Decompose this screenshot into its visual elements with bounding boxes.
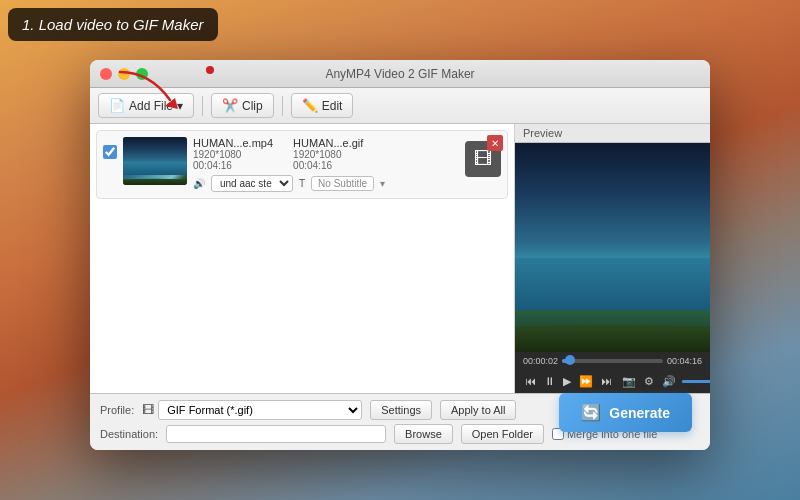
audio-track-select[interactable]: und aac ste: [211, 175, 293, 192]
close-button[interactable]: [100, 68, 112, 80]
total-time: 00:04:16: [667, 356, 702, 366]
window-title: AnyMP4 Video 2 GIF Maker: [325, 67, 474, 81]
file-info: HUMAN...e.mp4 1920*1080 00:04:16 HUMAN..…: [193, 137, 459, 192]
minimize-button[interactable]: [118, 68, 130, 80]
file-thumbnail: [123, 137, 187, 185]
thumb-land: [123, 174, 187, 185]
red-dot-indicator: [206, 66, 214, 74]
edit-icon: ✏️: [302, 98, 318, 113]
dest-duration: 00:04:16: [293, 160, 363, 171]
generate-icon: 🔄: [581, 403, 601, 422]
toolbar-divider-2: [282, 96, 283, 116]
clip-button[interactable]: ✂️ Clip: [211, 93, 274, 118]
open-folder-btn[interactable]: Open Folder: [461, 424, 544, 444]
file-list-area: HUMAN...e.mp4 1920*1080 00:04:16 HUMAN..…: [90, 124, 515, 393]
gif-icon: 🎞: [142, 403, 154, 417]
destination-input[interactable]: [166, 425, 386, 443]
generate-btn-wrapper: 🔄 Generate: [559, 393, 692, 432]
apply-all-btn[interactable]: Apply to All: [440, 400, 516, 420]
film-icon: 🎞: [474, 149, 492, 170]
source-filename: HUMAN...e.mp4: [193, 137, 273, 149]
toolbar: 📄 Add File ▾ ✂️ Clip ✏️ Edit: [90, 88, 710, 124]
toolbar-divider-1: [202, 96, 203, 116]
preview-area: Preview 00:00:02 00:04:16 ⏮ ⏸ ▶ ⏩: [515, 124, 710, 393]
thumb-water: [123, 163, 187, 175]
timeline-bar: 00:00:02 00:04:16: [515, 352, 710, 370]
profile-select-wrapper: 🎞 GIF Format (*.gif): [142, 400, 362, 420]
pause-button[interactable]: ⏸: [542, 374, 557, 389]
remove-file-button[interactable]: ✕: [487, 135, 503, 151]
skip-forward-button[interactable]: ⏭: [599, 374, 614, 389]
progress-thumb: [565, 355, 575, 365]
file-checkbox[interactable]: [103, 145, 117, 159]
settings-button[interactable]: ⚙: [642, 374, 656, 389]
preview-video: [515, 143, 710, 352]
playback-controls: ⏮ ⏸ ▶ ⏩ ⏭ 📷 ⚙ 🔊: [515, 370, 710, 393]
title-bar: AnyMP4 Video 2 GIF Maker: [90, 60, 710, 88]
source-resolution: 1920*1080: [193, 149, 273, 160]
annotation-bubble: 1. Load video to GIF Maker: [8, 8, 218, 41]
file-item: HUMAN...e.mp4 1920*1080 00:04:16 HUMAN..…: [96, 130, 508, 199]
volume-slider[interactable]: [682, 380, 710, 383]
media-controls: 📷 ⚙ 🔊: [620, 374, 710, 389]
app-window: AnyMP4 Video 2 GIF Maker 📄 Add File ▾ ✂️…: [90, 60, 710, 450]
generate-label: Generate: [609, 405, 670, 421]
generate-button[interactable]: 🔄 Generate: [559, 393, 692, 432]
source-duration: 00:04:16: [193, 160, 273, 171]
add-file-label: Add File: [129, 99, 173, 113]
clip-icon: ✂️: [222, 98, 238, 113]
preview-water: [515, 258, 710, 310]
source-info: HUMAN...e.mp4 1920*1080 00:04:16: [193, 137, 273, 171]
volume-button[interactable]: 🔊: [660, 374, 678, 389]
dest-filename: HUMAN...e.gif: [293, 137, 363, 149]
main-content: HUMAN...e.mp4 1920*1080 00:04:16 HUMAN..…: [90, 124, 710, 393]
browse-btn[interactable]: Browse: [394, 424, 453, 444]
settings-btn[interactable]: Settings: [370, 400, 432, 420]
progress-track[interactable]: [562, 359, 663, 363]
add-file-dropdown-icon: ▾: [177, 99, 183, 113]
add-file-button[interactable]: 📄 Add File ▾: [98, 93, 194, 118]
play-button[interactable]: ▶: [561, 374, 573, 389]
add-file-icon: 📄: [109, 98, 125, 113]
subtitle-label: No Subtitle: [311, 176, 374, 191]
volume-fill: [682, 380, 710, 383]
edit-label: Edit: [322, 99, 343, 113]
preview-sky: [515, 143, 710, 268]
dest-resolution: 1920*1080: [293, 149, 363, 160]
edit-button[interactable]: ✏️ Edit: [291, 93, 354, 118]
clip-label: Clip: [242, 99, 263, 113]
preview-label: Preview: [515, 124, 710, 143]
window-controls: [100, 68, 148, 80]
file-controls: 🔊 und aac ste T No Subtitle ▾: [193, 175, 459, 192]
profile-label: Profile:: [100, 404, 134, 416]
dest-info: HUMAN...e.gif 1920*1080 00:04:16: [293, 137, 363, 171]
file-names-row: HUMAN...e.mp4 1920*1080 00:04:16 HUMAN..…: [193, 137, 459, 171]
fast-forward-button[interactable]: ⏩: [577, 374, 595, 389]
transport-controls: ⏮ ⏸ ▶ ⏩ ⏭: [523, 374, 614, 389]
screenshot-button[interactable]: 📷: [620, 374, 638, 389]
current-time: 00:00:02: [523, 356, 558, 366]
destination-label: Destination:: [100, 428, 158, 440]
profile-select[interactable]: GIF Format (*.gif): [158, 400, 362, 420]
thumb-sky: [123, 137, 187, 166]
skip-back-button[interactable]: ⏮: [523, 374, 538, 389]
maximize-button[interactable]: [136, 68, 148, 80]
preview-land: [515, 306, 710, 352]
